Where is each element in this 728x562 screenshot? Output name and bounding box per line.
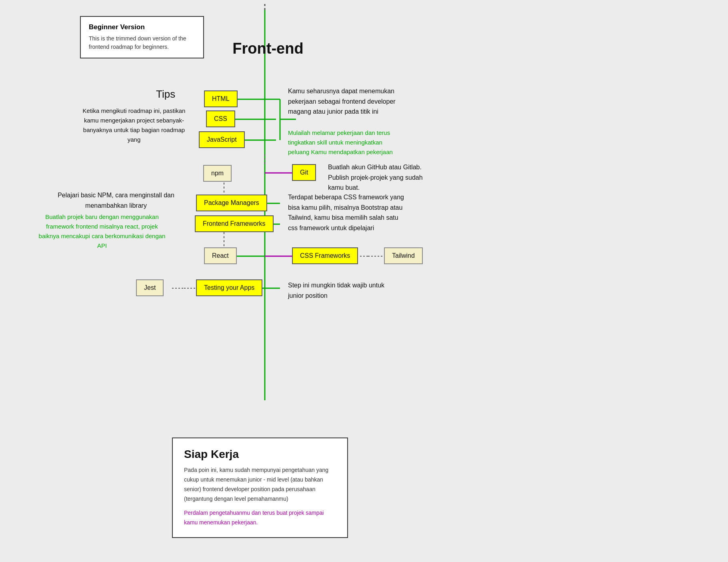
siap-kerja-title: Siap Kerja [184,448,336,461]
beginner-version-box: Beginner Version This is the trimmed dow… [80,16,204,58]
testing-text: Step ini mungkin tidak wajib untuk junio… [288,280,400,301]
github-text: Buatlah akun GitHub atau Gitlab. Publish… [328,162,440,193]
css-framework-text: Terdapat beberapa CSS framework yang bis… [288,192,404,233]
frontend-title: Front-end [224,40,312,57]
css-frameworks-box: CSS Frameworks [292,247,358,264]
job-hint-text: Kamu seharusnya dapat menemukan pekerjaa… [288,86,404,117]
package-managers-box: Package Managers [196,195,267,211]
beginner-box-description: This is the trimmed down version of the … [89,34,195,51]
testing-your-apps-box: Testing your Apps [196,279,262,296]
page-container: Beginner Version This is the trimmed dow… [0,0,728,562]
siap-kerja-description: Pada poin ini, kamu sudah mempunyai peng… [184,466,336,504]
npm-box: npm [203,165,232,182]
npm-desc-text: Pelajari basic NPM, cara menginstall dan… [56,190,176,211]
tips-label: Tips [156,88,175,100]
css-box: CSS [206,110,235,127]
siap-kerja-box: Siap Kerja Pada poin ini, kamu sudah mem… [172,438,348,538]
html-box: HTML [204,90,238,107]
react-box: React [204,247,237,264]
npm-desc-green-text: Buatlah projek baru dengan menggunakan f… [36,212,168,251]
beginner-box-title: Beginner Version [89,23,195,31]
javascript-box: JavaScript [199,131,245,148]
tips-description: Ketika mengikuti roadmap ini, pastikan k… [80,106,188,145]
tailwind-box: Tailwind [384,247,423,264]
jest-box: Jest [136,279,164,296]
frontend-frameworks-box: Frontend Frameworks [195,215,274,232]
git-box: Git [292,164,316,181]
job-hint-green-text: Mulailah melamar pekerjaan dan terus tin… [288,128,400,157]
siap-kerja-green-text: Perdalam pengetahuanmu dan terus buat pr… [184,508,336,528]
